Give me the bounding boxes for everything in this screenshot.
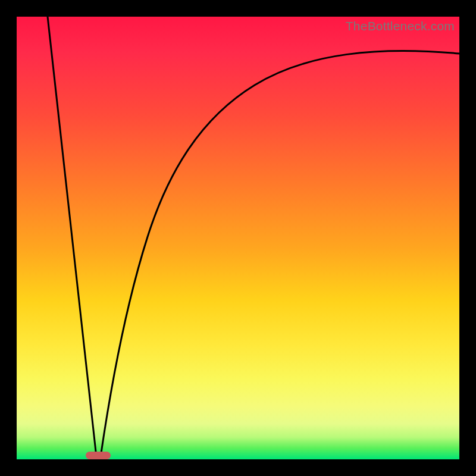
chart-frame: TheBottleneck.com (0, 0, 476, 476)
optimal-marker (86, 452, 111, 459)
bottleneck-curve (17, 17, 459, 459)
plot-area: TheBottleneck.com (17, 17, 459, 459)
right-curve-path (101, 51, 459, 457)
watermark-label: TheBottleneck.com (346, 19, 455, 33)
left-slope-path (48, 17, 96, 457)
